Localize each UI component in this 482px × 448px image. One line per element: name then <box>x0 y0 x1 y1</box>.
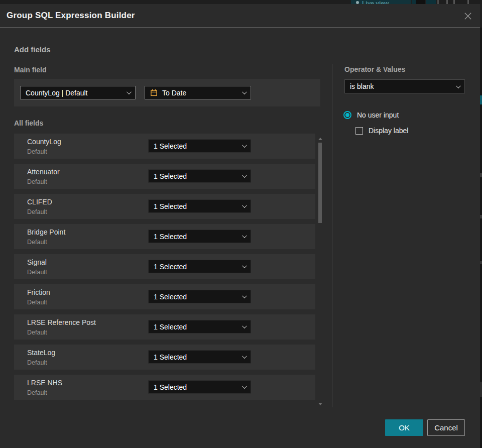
field-row: Attenuator Default 1 Selected <box>14 164 315 189</box>
field-subtitle: Default <box>27 329 47 336</box>
field-subtitle: Default <box>27 178 47 185</box>
field-selection-dropdown[interactable]: 1 Selected <box>148 290 251 303</box>
field-name: Bridge Point <box>27 228 65 236</box>
live-view-label: Live view <box>362 0 389 4</box>
scrollbar-thumb[interactable] <box>318 143 322 223</box>
field-subtitle: Default <box>27 239 47 246</box>
field-row: LRSE NHS Default 1 Selected <box>14 375 315 400</box>
dialog-header: Group SQL Expression Builder <box>0 4 480 28</box>
field-type-select-value: To Date <box>162 89 242 97</box>
add-fields-heading: Add fields <box>14 45 51 54</box>
screen: Live view Group SQL Expression Builder A… <box>0 0 482 448</box>
main-field-select-value: CountyLog | Default <box>26 89 127 97</box>
chevron-down-icon <box>242 323 247 328</box>
field-subtitle: Default <box>27 299 47 306</box>
fields-list-scrollbar[interactable] <box>317 134 323 407</box>
main-field-label: Main field <box>14 66 47 74</box>
field-row: CLIFED Default 1 Selected <box>14 194 315 219</box>
toolbar-fragment <box>416 0 425 4</box>
field-name: Friction <box>27 288 50 296</box>
main-field-panel: CountyLog | Default To Date <box>14 79 320 106</box>
live-view-button[interactable]: Live view <box>351 0 411 4</box>
field-name: CLIFED <box>27 198 52 206</box>
field-name: StateLog <box>27 349 55 357</box>
chevron-down-icon <box>242 173 247 178</box>
toolbar-fragment <box>412 0 416 4</box>
chevron-down-icon <box>242 203 247 208</box>
chevron-down-icon <box>242 263 247 268</box>
field-name: LRSE NHS <box>27 379 62 387</box>
field-subtitle: Default <box>27 389 47 396</box>
radio-label: No user input <box>357 111 399 119</box>
close-button[interactable] <box>460 8 476 24</box>
display-label-checkbox[interactable]: Display label <box>355 127 408 135</box>
checkbox-unchecked-icon <box>355 127 363 135</box>
field-selection-dropdown[interactable]: 1 Selected <box>148 169 251 183</box>
radio-selected-icon <box>343 111 351 119</box>
chevron-down-icon <box>242 293 247 298</box>
operator-select[interactable]: is blank <box>344 79 465 93</box>
background-toolbar-strip: Live view <box>0 0 482 4</box>
field-name: LRSE Reference Post <box>27 318 96 326</box>
cancel-button[interactable]: Cancel <box>427 419 465 436</box>
field-row: StateLog Default 1 Selected <box>14 345 315 370</box>
chevron-down-icon <box>127 89 132 94</box>
main-field-select[interactable]: CountyLog | Default <box>20 86 136 99</box>
chevron-down-icon <box>242 354 247 359</box>
all-fields-label: All fields <box>14 119 43 127</box>
field-subtitle: Default <box>27 269 47 276</box>
field-name: CountyLog <box>27 138 61 146</box>
field-name: Signal <box>27 258 47 266</box>
field-selection-dropdown[interactable]: 1 Selected <box>148 260 251 273</box>
background-right-sliver <box>480 4 482 448</box>
vertical-divider <box>332 64 332 407</box>
toolbar-fragment <box>446 0 448 4</box>
field-row: Signal Default 1 Selected <box>14 254 315 279</box>
all-fields-list: CountyLog Default 1 Selected Attenuator … <box>14 134 315 405</box>
field-selection-dropdown[interactable]: 1 Selected <box>148 230 251 243</box>
chevron-down-icon <box>242 89 247 94</box>
field-subtitle: Default <box>27 148 47 155</box>
toolbar-fragment <box>453 0 455 4</box>
dialog-title: Group SQL Expression Builder <box>7 11 135 21</box>
chevron-down-icon <box>242 143 247 148</box>
field-subtitle: Default <box>27 208 47 215</box>
operator-select-value: is blank <box>350 82 456 90</box>
field-subtitle: Default <box>27 359 47 366</box>
field-row: Friction Default 1 Selected <box>14 284 315 309</box>
chevron-down-icon <box>242 233 247 238</box>
chevron-down-icon <box>456 83 461 88</box>
no-user-input-radio[interactable]: No user input <box>343 111 399 119</box>
field-selection-dropdown[interactable]: 1 Selected <box>148 320 251 333</box>
field-name: Attenuator <box>27 168 60 176</box>
toolbar-fragment <box>437 0 439 4</box>
field-selection-dropdown[interactable]: 1 Selected <box>148 350 251 364</box>
toolbar-fragment <box>467 0 469 4</box>
close-icon <box>463 12 472 21</box>
scroll-down-arrow-icon[interactable] <box>318 403 322 405</box>
field-selection-dropdown[interactable]: 1 Selected <box>148 139 251 153</box>
field-row: CountyLog Default 1 Selected <box>14 134 315 159</box>
operator-values-label: Operator & Values <box>344 65 405 73</box>
chevron-down-icon <box>242 384 247 389</box>
field-type-select[interactable]: To Date <box>145 86 251 99</box>
group-sql-expression-builder-dialog: Group SQL Expression Builder Add fields … <box>0 4 480 448</box>
calendar-icon <box>150 89 158 96</box>
toolbar-fragment <box>426 0 436 4</box>
ok-button[interactable]: OK <box>385 419 423 436</box>
field-selection-dropdown[interactable]: 1 Selected <box>148 199 251 213</box>
field-selection-dropdown[interactable]: 1 Selected <box>148 380 251 394</box>
checkbox-label: Display label <box>369 127 408 135</box>
scroll-up-arrow-icon[interactable] <box>318 138 322 140</box>
field-row: Bridge Point Default 1 Selected <box>14 224 315 249</box>
field-row: LRSE Reference Post Default 1 Selected <box>14 314 315 340</box>
